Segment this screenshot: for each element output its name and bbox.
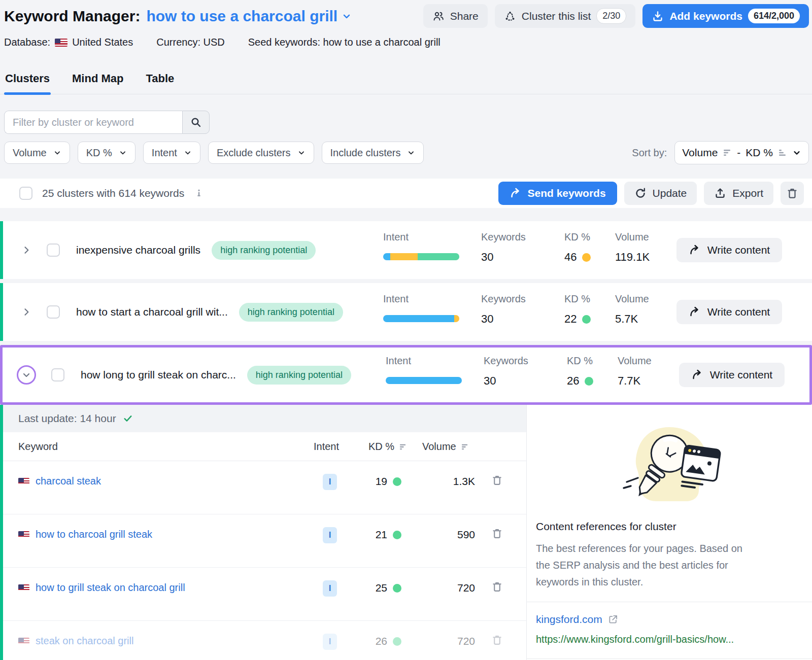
- select-all-checkbox[interactable]: [19, 187, 32, 200]
- cluster-row[interactable]: how to start a charcoal grill wit... hig…: [0, 283, 812, 341]
- info-icon[interactable]: [194, 188, 204, 198]
- cluster-keywords-column: Keywords 30: [481, 293, 526, 326]
- export-button[interactable]: Export: [704, 182, 773, 205]
- cluster-kd-column: KD % 46: [564, 231, 591, 264]
- ranking-potential-badge: high ranking potential: [247, 366, 351, 385]
- external-link-icon[interactable]: [608, 614, 618, 624]
- sort-first-label: Volume: [682, 147, 718, 159]
- intent-filter-dropdown[interactable]: Intent: [143, 142, 200, 164]
- volume-value: 720: [419, 635, 475, 647]
- forward-arrow-icon: [691, 369, 703, 381]
- cluster-name[interactable]: how long to grill steak on charc...: [81, 369, 236, 381]
- add-keywords-button[interactable]: Add keywords 614/2,000: [642, 4, 809, 28]
- volume-value: 7.7K: [618, 374, 652, 388]
- kd-filter-dropdown[interactable]: KD %: [78, 142, 136, 164]
- cluster-count-badge: 2/30: [596, 8, 626, 24]
- send-keywords-label: Send keywords: [528, 187, 606, 199]
- chevron-down-icon: [407, 149, 415, 157]
- sort-control: Sort by: Volume - KD %: [632, 141, 809, 164]
- keywords-label: Keywords: [481, 231, 526, 243]
- kd-label: KD %: [564, 293, 591, 305]
- column-volume[interactable]: Volume: [422, 441, 469, 453]
- intent-badge: I: [323, 634, 337, 650]
- chevron-right-icon[interactable]: [21, 307, 31, 317]
- delete-keyword-button[interactable]: [491, 581, 503, 593]
- delete-list-button[interactable]: [781, 182, 804, 205]
- tab-clusters[interactable]: Clusters: [4, 67, 51, 94]
- cluster-keyword-table: Last update: 14 hour Keyword Intent KD %…: [3, 405, 526, 660]
- sort-by-label: Sort by:: [632, 147, 667, 159]
- forward-arrow-icon: [510, 187, 522, 199]
- delete-keyword-button[interactable]: [491, 474, 503, 486]
- reference-domain-link[interactable]: kingsford.com: [536, 613, 602, 626]
- send-keywords-button[interactable]: Send keywords: [498, 182, 617, 205]
- kd-difficulty-dot: [582, 253, 591, 262]
- keyword-row: how to charcoal grill steak I 21 590: [3, 514, 526, 568]
- us-flag-icon: [18, 584, 29, 592]
- cluster-name[interactable]: inexpensive charcoal grills: [76, 244, 200, 256]
- chevron-right-icon[interactable]: [21, 245, 31, 255]
- volume-filter-dropdown[interactable]: Volume: [4, 142, 70, 164]
- database-value: United States: [72, 37, 133, 48]
- reference-url[interactable]: https://www.kingsford.com/grill-basics/h…: [536, 634, 803, 645]
- chevron-down-icon: [342, 11, 352, 21]
- kd-label: KD %: [564, 231, 591, 243]
- ranking-potential-badge: high ranking potential: [239, 303, 343, 322]
- cluster-checkbox[interactable]: [47, 244, 60, 257]
- keyword-link[interactable]: steak on charcoal grill: [36, 635, 133, 647]
- filter-search-input[interactable]: [4, 111, 182, 134]
- volume-value: 119.1K: [615, 251, 650, 264]
- us-flag-icon: [18, 478, 29, 485]
- column-kd-label: KD %: [368, 441, 394, 453]
- tab-table[interactable]: Table: [145, 67, 175, 94]
- last-update-text: Last update: 14 hour: [18, 412, 116, 425]
- include-clusters-label: Include clusters: [330, 147, 401, 159]
- kd-value: 25: [376, 582, 387, 594]
- cluster-intent-column: Intent: [383, 231, 459, 260]
- forward-arrow-icon: [689, 244, 701, 256]
- write-content-button[interactable]: Write content: [679, 363, 785, 387]
- keyword-table-header: Keyword Intent KD % Volume: [3, 432, 526, 461]
- delete-keyword-button[interactable]: [491, 528, 503, 539]
- header: Keyword Manager: how to use a charcoal g…: [4, 4, 809, 28]
- us-flag-icon: [18, 531, 29, 538]
- kd-value: 21: [376, 529, 387, 541]
- include-clusters-dropdown[interactable]: Include clusters: [322, 142, 424, 164]
- cluster-row-selected[interactable]: how long to grill steak on charc... high…: [0, 345, 812, 405]
- write-content-button[interactable]: Write content: [676, 238, 782, 262]
- intent-distribution-bar: [386, 377, 462, 384]
- delete-keyword-button[interactable]: [491, 634, 503, 646]
- trash-icon: [491, 581, 503, 593]
- write-content-button[interactable]: Write content: [676, 300, 782, 324]
- keyword-link[interactable]: charcoal steak: [36, 475, 101, 487]
- intent-filter-label: Intent: [152, 147, 177, 159]
- collapse-circle-button[interactable]: [17, 365, 36, 385]
- cluster-checkbox[interactable]: [51, 368, 64, 381]
- keyword-link[interactable]: how to grill steak on charcoal grill: [36, 582, 185, 594]
- divider: [527, 658, 812, 659]
- kd-difficulty-dot: [393, 477, 401, 486]
- keyword-link[interactable]: how to charcoal grill steak: [36, 529, 152, 540]
- keyword-row: how to grill steak on charcoal grill I 2…: [3, 568, 526, 621]
- tab-mind-map[interactable]: Mind Map: [71, 67, 124, 94]
- volume-label: Volume: [618, 355, 652, 367]
- cluster-name[interactable]: how to start a charcoal grill wit...: [76, 306, 228, 318]
- sort-by-dropdown[interactable]: Volume - KD %: [674, 141, 809, 164]
- cluster-this-list-button[interactable]: Cluster this list 2/30: [495, 4, 636, 28]
- update-button[interactable]: Update: [624, 182, 697, 205]
- kd-value: 46: [564, 251, 577, 264]
- share-button[interactable]: Share: [423, 4, 488, 28]
- cluster-intent-column: Intent: [386, 355, 462, 384]
- share-icon: [432, 10, 445, 22]
- kd-value: 26: [376, 635, 387, 647]
- exclude-clusters-dropdown[interactable]: Exclude clusters: [208, 142, 314, 164]
- cluster-checkbox[interactable]: [47, 305, 60, 319]
- references-description: The best references for your pages. Base…: [536, 540, 743, 590]
- search-button[interactable]: [182, 111, 210, 134]
- references-title: Content references for cluster: [536, 520, 803, 533]
- column-kd[interactable]: KD %: [368, 441, 407, 453]
- ranking-potential-badge: high ranking potential: [212, 241, 316, 260]
- list-selector[interactable]: how to use a charcoal grill: [146, 8, 352, 25]
- cluster-row[interactable]: inexpensive charcoal grills high ranking…: [0, 221, 812, 279]
- search-icon: [190, 116, 202, 128]
